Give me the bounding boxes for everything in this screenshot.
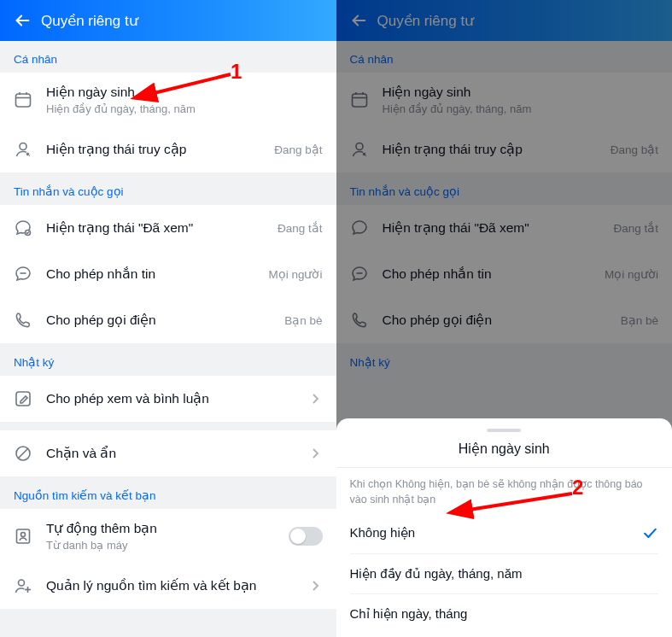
row-manage-sources[interactable]: Quản lý nguồn tìm kiếm và kết bạn bbox=[0, 563, 336, 609]
row-birthday[interactable]: Hiện ngày sinh Hiện đầy đủ ngày, tháng, … bbox=[0, 73, 336, 126]
row-sub: Hiện đầy đủ ngày, tháng, năm bbox=[46, 102, 323, 115]
section-messages: Tin nhắn và cuộc gọi bbox=[0, 172, 336, 205]
option-label: Chỉ hiện ngày, tháng bbox=[350, 606, 468, 622]
app-header: Quyền riêng tư bbox=[0, 0, 336, 41]
sheet-handle[interactable] bbox=[487, 429, 521, 432]
row-block-hide[interactable]: Chặn và ẩn bbox=[0, 430, 336, 476]
row-title: Tự động thêm bạn bbox=[46, 520, 289, 537]
person-status-icon bbox=[12, 138, 34, 161]
chat-check-icon bbox=[12, 217, 34, 239]
screen-right: Quyền riêng tư Cá nhân Hiện ngày sinh Hi… bbox=[336, 0, 673, 637]
section-personal: Cá nhân bbox=[0, 41, 336, 73]
row-value: Mọi người bbox=[268, 267, 322, 281]
row-allow-message[interactable]: Cho phép nhắn tin Mọi người bbox=[0, 251, 336, 297]
arrow-left-icon bbox=[13, 11, 32, 30]
chevron-right-icon bbox=[307, 578, 323, 593]
edit-icon bbox=[12, 388, 34, 410]
svg-point-5 bbox=[20, 143, 26, 150]
svg-point-6 bbox=[26, 152, 29, 155]
row-seen-status[interactable]: Hiện trạng thái "Đã xem" Đang tắt bbox=[0, 205, 336, 251]
svg-line-11 bbox=[19, 449, 28, 459]
chevron-right-icon bbox=[307, 446, 323, 461]
row-title: Hiện trạng thái truy cập bbox=[46, 141, 267, 158]
option-label: Hiện đầy đủ ngày, tháng, năm bbox=[350, 566, 523, 581]
row-value: Bạn bè bbox=[284, 313, 322, 327]
chat-icon bbox=[12, 263, 34, 285]
sheet-title: Hiện ngày sinh bbox=[336, 441, 673, 468]
row-title: Chặn và ẩn bbox=[46, 445, 302, 462]
row-allow-call[interactable]: Cho phép gọi điện Bạn bè bbox=[0, 297, 336, 343]
row-view-comment[interactable]: Cho phép xem và bình luận bbox=[0, 376, 336, 422]
row-title: Hiện ngày sinh bbox=[46, 84, 323, 101]
screen-left: Quyền riêng tư Cá nhân Hiện ngày sinh Hi… bbox=[0, 0, 336, 637]
toggle-auto-add[interactable] bbox=[289, 527, 323, 546]
row-sub: Từ danh bạ máy bbox=[46, 539, 289, 552]
birthday-sheet: Hiện ngày sinh Khi chọn Không hiện, bạn … bbox=[336, 418, 673, 637]
row-value: Đang bật bbox=[274, 143, 322, 156]
row-online-status[interactable]: Hiện trạng thái truy cập Đang bật bbox=[0, 126, 336, 172]
row-title: Cho phép xem và bình luận bbox=[46, 390, 302, 407]
option-day-month[interactable]: Chỉ hiện ngày, tháng bbox=[336, 594, 673, 634]
section-sources: Nguồn tìm kiếm và kết bạn bbox=[0, 476, 336, 509]
option-label: Không hiện bbox=[350, 525, 416, 541]
sheet-description: Khi chọn Không hiện, bạn bè sẽ không nhậ… bbox=[336, 468, 673, 512]
row-title: Cho phép gọi điện bbox=[46, 312, 278, 329]
phone-icon bbox=[12, 309, 34, 331]
page-title: Quyền riêng tư bbox=[41, 12, 138, 30]
row-title: Hiện trạng thái "Đã xem" bbox=[46, 219, 271, 237]
svg-point-13 bbox=[21, 532, 26, 536]
check-icon bbox=[641, 524, 658, 541]
row-title: Cho phép nhắn tin bbox=[46, 266, 261, 283]
back-button[interactable] bbox=[7, 5, 38, 36]
calendar-icon bbox=[12, 89, 34, 111]
row-value: Đang tắt bbox=[278, 221, 323, 235]
svg-point-14 bbox=[19, 580, 25, 586]
chevron-right-icon bbox=[307, 391, 323, 406]
block-icon bbox=[12, 442, 34, 465]
section-diary: Nhật ký bbox=[0, 343, 336, 376]
svg-rect-1 bbox=[16, 94, 31, 107]
person-add-icon bbox=[12, 575, 34, 597]
contact-icon bbox=[12, 525, 34, 547]
row-auto-add-friend[interactable]: Tự động thêm bạn Từ danh bạ máy bbox=[0, 509, 336, 563]
option-hide[interactable]: Không hiện bbox=[336, 512, 673, 553]
row-title: Quản lý nguồn tìm kiếm và kết bạn bbox=[46, 577, 302, 594]
option-full[interactable]: Hiện đầy đủ ngày, tháng, năm bbox=[336, 554, 673, 593]
